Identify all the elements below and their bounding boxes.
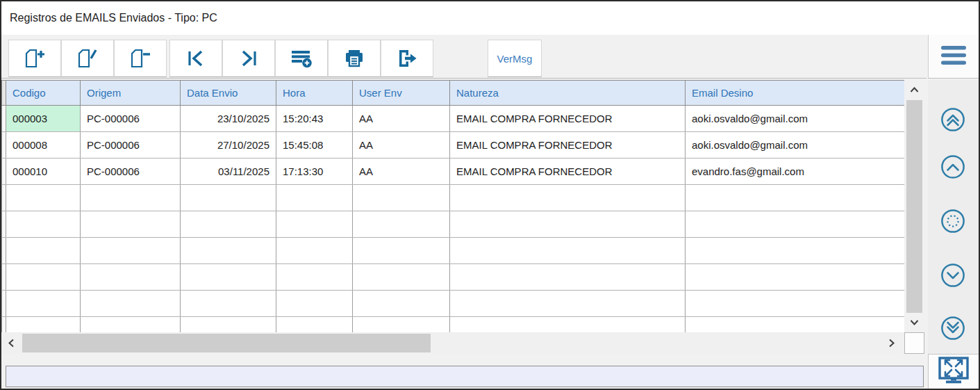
vertical-scrollbar-thumb[interactable] <box>906 100 922 313</box>
document-plus-icon <box>24 49 46 68</box>
skip-to-last-icon <box>239 49 258 67</box>
page-title: Registros de EMAILS Enviados - Tipo: PC <box>1 1 979 35</box>
vermsg-button-label: VerMsg <box>497 53 533 65</box>
insert-list-button[interactable] <box>275 40 328 77</box>
cell-data-envio[interactable]: 27/10/2025 <box>181 132 276 159</box>
table-row: 000008 PC-000006 27/10/2025 15:45:08 AA … <box>2 132 905 159</box>
header-row: Codigo Origem Data Envio Hora User Env N… <box>2 81 905 106</box>
add-record-button[interactable] <box>8 40 61 77</box>
go-last-button[interactable] <box>940 315 966 341</box>
cell-origem[interactable]: PC-000006 <box>81 132 181 159</box>
email-records-grid: Codigo Origem Data Envio Hora User Env N… <box>1 80 904 332</box>
column-header-user-env[interactable]: User Env <box>353 81 450 106</box>
empty-table-row <box>2 291 905 317</box>
scroll-down-arrow[interactable] <box>904 313 924 332</box>
cell-email-desino[interactable]: aoki.osvaldo@gmail.com <box>686 132 905 159</box>
vertical-scrollbar[interactable] <box>904 80 924 332</box>
table-row: 000003 PC-000006 23/10/2025 15:20:43 AA … <box>2 106 905 132</box>
menu-button[interactable] <box>928 35 979 79</box>
empty-table-row <box>2 185 905 211</box>
skip-to-first-icon <box>186 49 206 67</box>
table-row: 000010 PC-000006 03/11/2025 17:13:30 AA … <box>2 159 905 185</box>
scroll-right-arrow[interactable] <box>882 332 902 354</box>
last-record-button[interactable] <box>222 40 275 77</box>
document-minus-icon <box>129 49 151 68</box>
vermsg-button[interactable]: VerMsg <box>488 40 542 77</box>
cell-data-envio[interactable]: 23/10/2025 <box>181 106 276 132</box>
delete-record-button[interactable] <box>114 40 167 77</box>
cell-origem[interactable]: PC-000006 <box>81 106 181 132</box>
cell-user-env[interactable]: AA <box>353 106 450 132</box>
door-exit-icon <box>397 49 417 68</box>
list-plus-icon <box>290 49 313 68</box>
monitor-expand-icon <box>938 357 969 387</box>
cell-natureza[interactable]: EMAIL COMPRA FORNECEDOR <box>450 159 686 185</box>
chevron-up-icon <box>940 170 966 182</box>
empty-table-row <box>2 264 905 291</box>
column-header-codigo[interactable]: Codigo <box>6 81 81 106</box>
cell-origem[interactable]: PC-000006 <box>81 159 181 185</box>
app-window: Registros de EMAILS Enviados - Tipo: PC <box>0 0 980 390</box>
cell-user-env[interactable]: AA <box>353 159 450 185</box>
column-header-email-desino[interactable]: Email Desino <box>686 81 905 106</box>
horizontal-scrollbar[interactable] <box>1 332 904 354</box>
scroll-left-arrow[interactable] <box>1 332 21 354</box>
title-bar: Registros de EMAILS Enviados - Tipo: PC <box>1 1 979 35</box>
go-previous-button[interactable] <box>940 154 966 180</box>
chevron-down-icon <box>940 279 966 291</box>
edit-record-button[interactable] <box>61 40 114 77</box>
empty-table-row <box>2 317 905 333</box>
cell-data-envio[interactable]: 03/11/2025 <box>181 159 276 185</box>
first-record-button[interactable] <box>169 40 222 77</box>
cell-codigo-selected[interactable]: 000003 <box>6 106 81 132</box>
go-first-button[interactable] <box>940 106 966 133</box>
cell-hora[interactable]: 17:13:30 <box>276 159 353 185</box>
horizontal-scrollbar-thumb[interactable] <box>22 334 431 352</box>
cell-hora[interactable]: 15:45:08 <box>276 132 353 159</box>
scroll-up-arrow[interactable] <box>904 80 924 99</box>
cell-natureza[interactable]: EMAIL COMPRA FORNECEDOR <box>450 132 686 159</box>
toolbar: VerMsg <box>1 35 927 79</box>
hamburger-icon <box>941 46 966 67</box>
cell-codigo[interactable]: 000008 <box>6 132 81 159</box>
status-bar <box>6 366 924 387</box>
scrollbar-corner <box>904 332 924 354</box>
cell-codigo[interactable]: 000010 <box>6 159 81 185</box>
column-header-natureza[interactable]: Natureza <box>450 81 686 106</box>
go-next-button[interactable] <box>940 262 966 289</box>
double-chevron-down-icon <box>940 332 966 343</box>
column-header-data-envio[interactable]: Data Envio <box>181 81 276 106</box>
printer-icon <box>343 49 365 68</box>
empty-table-row <box>2 211 905 238</box>
email-records-table: Codigo Origem Data Envio Hora User Env N… <box>1 80 904 332</box>
record-navigator-panel <box>928 80 979 354</box>
column-header-hora[interactable]: Hora <box>276 81 353 106</box>
empty-table-row <box>2 238 905 264</box>
cell-hora[interactable]: 15:20:43 <box>276 106 353 132</box>
dotted-circle-icon <box>940 225 966 236</box>
cell-natureza[interactable]: EMAIL COMPRA FORNECEDOR <box>450 106 686 132</box>
exit-button[interactable] <box>381 40 433 77</box>
cell-email-desino[interactable]: evandro.fas@gmail.com <box>686 159 905 185</box>
fullscreen-button[interactable] <box>928 354 979 389</box>
cell-user-env[interactable]: AA <box>353 132 450 159</box>
column-header-origem[interactable]: Origem <box>81 81 181 106</box>
document-slash-icon <box>76 49 99 68</box>
double-chevron-up-icon <box>940 123 966 135</box>
cell-email-desino[interactable]: aoki.osvaldo@gmail.com <box>686 106 905 132</box>
current-record-button[interactable] <box>940 208 966 234</box>
print-button[interactable] <box>328 40 381 77</box>
